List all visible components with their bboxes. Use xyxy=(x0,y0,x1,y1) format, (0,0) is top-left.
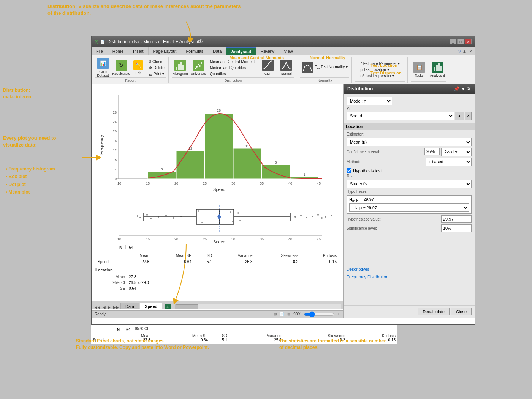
frequency-distribution-link[interactable]: Frequency Distribution xyxy=(347,273,472,281)
estimate-small-group: ^ Estimate Parameter ▾ μ Test Location ▾… xyxy=(359,61,401,79)
left-annotation-plots: Every plot you need tovisualize data: xyxy=(3,135,56,148)
add-sheet-button[interactable]: + xyxy=(165,304,171,309)
tab-insert[interactable]: Insert xyxy=(128,47,149,55)
ribbon-content: 📊 GotoDataset ↻ Recalculate ✏️ Edit ⧉ xyxy=(92,55,475,84)
svg-text:40: 40 xyxy=(288,181,292,185)
tab-analyseit[interactable]: Analyse-it xyxy=(226,47,256,55)
tab-data[interactable]: Data xyxy=(208,47,226,55)
y-select[interactable]: Speed xyxy=(347,112,454,120)
tab-pagelayout[interactable]: Page Layout xyxy=(149,47,182,55)
horizontal-scrollbar[interactable] xyxy=(175,304,341,309)
svg-point-67 xyxy=(198,210,199,212)
svg-point-65 xyxy=(325,216,326,218)
report-group-label: Report xyxy=(95,77,166,82)
stats-table: Mean Mean SE SD Variance Skewness Kurtos… xyxy=(95,253,339,265)
svg-text:Speed: Speed xyxy=(213,187,225,192)
quantiles-button[interactable]: Quantiles xyxy=(208,71,258,77)
sheet-tab-data[interactable]: Data xyxy=(120,303,139,309)
print-label: Print ▾ xyxy=(154,72,164,76)
analyseit-icon xyxy=(432,62,443,73)
sig-level-input[interactable] xyxy=(441,224,472,232)
histogram-button[interactable]: Histogram xyxy=(172,58,188,77)
bottom-n-value: 64 xyxy=(123,328,130,332)
svg-text:1: 1 xyxy=(303,173,305,177)
mean-central-moments-button[interactable]: Mean and Central Moments xyxy=(208,59,258,65)
ci-controls: 2-sided xyxy=(424,148,472,156)
method-select[interactable]: t-based xyxy=(426,158,472,166)
location-label-mean: Mean xyxy=(96,274,127,279)
univariate-button[interactable]: Univariate xyxy=(190,58,207,77)
sheet-tab-speed[interactable]: Speed xyxy=(140,303,162,309)
window-controls[interactable]: _ □ ✕ xyxy=(450,39,472,44)
svg-point-71 xyxy=(238,212,239,214)
clone-button[interactable]: ⧉ Clone xyxy=(147,58,166,65)
test-dispersion-button[interactable]: σ² Test Dispersion ▾ xyxy=(359,73,401,79)
y-spinner-up[interactable]: ▲ xyxy=(455,112,464,120)
minimize-ribbon-icon[interactable]: ▲ xyxy=(462,49,467,54)
estimate-buttons: ^ Estimate Parameter ▾ μ Test Location ▾… xyxy=(359,58,401,81)
estimate-parameter-button[interactable]: ^ Estimate Parameter ▾ xyxy=(359,61,401,66)
maximize-button[interactable]: □ xyxy=(457,39,464,44)
goto-dataset-button[interactable]: 📊 GotoDataset xyxy=(95,58,111,77)
estimator-label: Estimator: xyxy=(347,132,364,136)
ribbon-tabs: File Home Insert Page Layout Formulas Da… xyxy=(92,47,475,55)
test-normality-button[interactable]: Fm Test Normality ▾ xyxy=(300,61,349,74)
svg-text:45: 45 xyxy=(317,237,320,241)
ci-value-input[interactable] xyxy=(424,148,440,155)
cdf-button[interactable]: CDF xyxy=(260,58,276,77)
edit-button[interactable]: ✏️ Edit xyxy=(131,58,146,77)
sheet-nav-right[interactable]: ▶▶ xyxy=(112,305,120,309)
panel-pin-icon[interactable]: 📌 xyxy=(454,86,459,91)
recalculate-button[interactable]: ↻ Recalculate xyxy=(113,58,130,77)
estimate-group-label xyxy=(355,81,405,82)
hypothesis-checkbox[interactable] xyxy=(347,168,352,173)
h1-select[interactable]: H₁: μ ≠ 29.97 xyxy=(349,203,469,212)
print-button[interactable]: 🖨 Print ▾ xyxy=(147,71,166,77)
close-button[interactable]: ✕ xyxy=(465,39,472,44)
hyp-value-input[interactable] xyxy=(441,215,472,223)
svg-text:20: 20 xyxy=(174,181,178,185)
svg-text:30: 30 xyxy=(231,237,235,241)
zoom-slider[interactable] xyxy=(304,311,334,317)
minimize-button[interactable]: _ xyxy=(450,39,456,44)
delete-button[interactable]: 🗑 Delete xyxy=(147,65,166,71)
edit-label: Edit xyxy=(135,71,141,75)
y-remove-button[interactable]: ✕ xyxy=(465,112,472,120)
tab-file[interactable]: File xyxy=(92,47,108,55)
svg-text:Speed: Speed xyxy=(213,240,225,243)
normal-button[interactable]: Normal xyxy=(278,58,294,77)
model-select[interactable]: Model: Y xyxy=(347,97,392,105)
page-break-icon[interactable]: ⊟ xyxy=(287,312,290,316)
tab-home[interactable]: Home xyxy=(108,47,128,55)
tab-review[interactable]: Review xyxy=(256,47,279,55)
svg-rect-3 xyxy=(182,65,184,70)
zoom-plus-icon[interactable]: + xyxy=(337,312,340,316)
cell-mean-se: 0.64 xyxy=(152,259,194,265)
recalculate-panel-button[interactable]: Recalculate xyxy=(418,308,449,315)
median-quartiles-button[interactable]: Median and Quartiles xyxy=(208,65,258,71)
descriptives-link[interactable]: Descriptives xyxy=(347,265,472,273)
svg-rect-1 xyxy=(178,64,180,70)
close-panel-button[interactable]: Close xyxy=(451,308,472,315)
panel-close-icon[interactable]: ✕ xyxy=(467,86,471,91)
grid-view-icon[interactable]: ⊞ xyxy=(274,312,277,316)
sheet-nav-next[interactable]: ▶ xyxy=(107,305,112,309)
sheet-nav-left[interactable]: ◀◀ xyxy=(93,305,101,309)
tab-formulas[interactable]: Formulas xyxy=(181,47,208,55)
ci-side-select[interactable]: 2-sided xyxy=(441,148,472,156)
svg-point-51 xyxy=(137,215,138,217)
estimator-select[interactable]: Mean (μ) xyxy=(347,138,472,146)
title-bar: X 📄 Distribution.xlsx - Microsoft Excel … xyxy=(92,36,475,47)
panel-collapse-icon[interactable]: ▼ xyxy=(461,86,466,91)
tab-view[interactable]: View xyxy=(279,47,298,55)
tasks-label: Tasks xyxy=(415,74,424,77)
help-icon[interactable]: ? xyxy=(458,49,461,54)
page-layout-icon[interactable]: 📄 xyxy=(280,312,284,316)
test-select[interactable]: Student's t xyxy=(347,180,472,188)
test-location-button[interactable]: μ Test Location ▾ xyxy=(359,67,401,73)
sheet-nav-prev[interactable]: ◀ xyxy=(101,305,107,309)
scrollbar-thumb[interactable] xyxy=(176,304,198,309)
tasks-button[interactable]: 📋 Tasks xyxy=(411,60,428,79)
analyseit-button[interactable]: Analyse-it xyxy=(429,60,446,79)
close-ribbon-icon[interactable]: ✕ xyxy=(469,49,472,54)
